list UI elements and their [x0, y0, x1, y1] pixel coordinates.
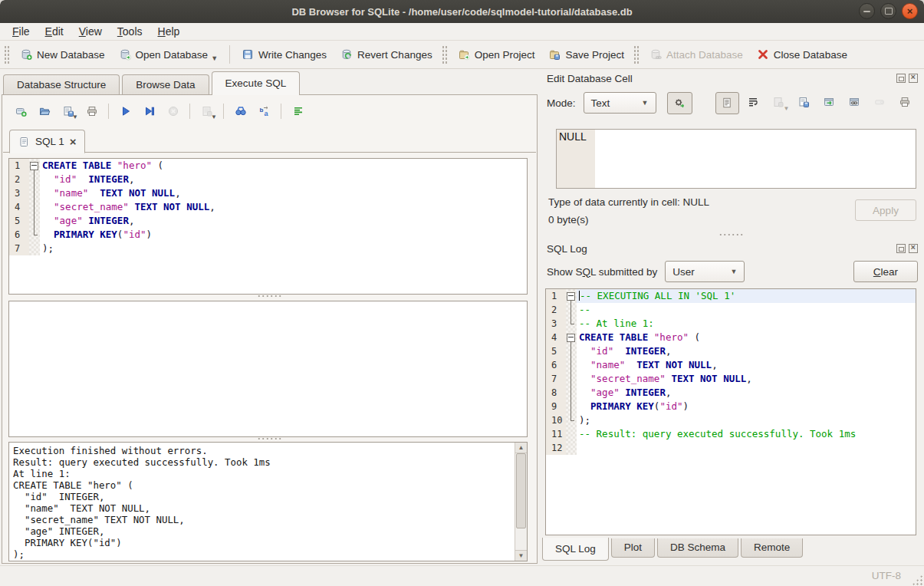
- set-null-button[interactable]: [869, 92, 891, 113]
- fold-collapse-icon[interactable]: [567, 334, 575, 342]
- code-line: 12: [546, 441, 916, 455]
- apply-button[interactable]: Apply: [855, 199, 916, 221]
- float-panel-icon[interactable]: [896, 74, 906, 83]
- menu-file[interactable]: File: [5, 23, 38, 41]
- open-project-button[interactable]: Open Project: [451, 43, 542, 66]
- tab-execute-sql[interactable]: Execute SQL: [212, 71, 301, 95]
- token: INTEGER: [88, 215, 129, 226]
- fold-margin[interactable]: [566, 331, 577, 344]
- menu-edit[interactable]: Edit: [38, 23, 71, 41]
- close-panel-icon[interactable]: [909, 244, 918, 253]
- copy-link-button[interactable]: [843, 92, 866, 113]
- tab-remote[interactable]: Remote: [741, 538, 803, 558]
- mode-select[interactable]: Text ▼: [584, 92, 656, 114]
- text-view-icon: [721, 97, 733, 109]
- auto-mode-gear-button[interactable]: [667, 92, 692, 114]
- token: INTEGER: [625, 345, 666, 357]
- code-text: CREATE TABLE "hero" (: [40, 159, 527, 173]
- menu-tools[interactable]: Tools: [110, 23, 150, 41]
- import-data-button[interactable]: ▼: [768, 92, 790, 113]
- save-results-button[interactable]: ▼: [196, 101, 217, 121]
- svg-text:a: a: [264, 110, 268, 117]
- cell-log-splitter[interactable]: [539, 232, 924, 238]
- sql-log-view[interactable]: 1-- EXECUTING ALL IN 'SQL 1'2--3-- At li…: [545, 288, 916, 535]
- results-messages-splitter[interactable]: [2, 436, 537, 442]
- token: "id": [54, 173, 77, 185]
- tab-plot[interactable]: Plot: [611, 538, 655, 558]
- toolbar-separator: [281, 104, 281, 119]
- submitted-by-select[interactable]: User ▼: [665, 261, 745, 282]
- word-wrap-button[interactable]: [742, 92, 765, 113]
- find-replace-button[interactable]: ba: [254, 101, 275, 121]
- menu-help[interactable]: Help: [150, 23, 188, 41]
- float-panel-icon[interactable]: [896, 244, 906, 253]
- close-database-button[interactable]: Close Database: [750, 43, 854, 66]
- stop-execution-button[interactable]: [163, 101, 183, 121]
- toolbar-drag-handle[interactable]: [633, 45, 640, 64]
- code-line: 6 PRIMARY KEY("id"): [9, 228, 527, 242]
- status-bar: UTF-8: [0, 565, 924, 586]
- menu-view[interactable]: View: [71, 23, 110, 41]
- scroll-down-icon[interactable]: ▼: [515, 550, 527, 561]
- fold-margin[interactable]: [29, 159, 40, 173]
- maximize-button[interactable]: [880, 3, 896, 19]
- export-data-button[interactable]: [793, 92, 815, 113]
- tab-browse-data[interactable]: Browse Data: [122, 74, 209, 94]
- new-database-button[interactable]: New Database: [13, 43, 112, 66]
- word-wrap-icon: [747, 96, 759, 108]
- auto-format-button[interactable]: [288, 101, 308, 121]
- print-sql-button[interactable]: [81, 101, 102, 121]
- save-sql-file-button[interactable]: ▼: [58, 101, 78, 121]
- minimize-icon: [863, 11, 870, 12]
- find-button[interactable]: [230, 101, 251, 121]
- edit-cell-title: Edit Database Cell: [547, 73, 633, 84]
- token: TEXT NOT NULL: [671, 373, 746, 384]
- code-line: 5 "id" INTEGER,: [546, 344, 916, 358]
- clear-log-button[interactable]: Clear: [853, 261, 918, 282]
- open-external-button[interactable]: [818, 92, 840, 113]
- close-panel-icon[interactable]: [909, 74, 918, 83]
- close-button[interactable]: ×: [902, 3, 918, 19]
- cell-value: NULL: [559, 130, 587, 143]
- attach-database-button[interactable]: Attach Database: [643, 43, 750, 66]
- revert-changes-button[interactable]: Revert Changes: [334, 43, 439, 66]
- close-tab-icon[interactable]: ×: [70, 137, 77, 147]
- open-sql-file-button[interactable]: [34, 101, 54, 121]
- write-changes-button[interactable]: Write Changes: [235, 43, 334, 66]
- execute-all-button[interactable]: [115, 101, 136, 121]
- fold-collapse-icon[interactable]: [30, 162, 38, 170]
- scroll-up-icon[interactable]: ▲: [515, 443, 527, 453]
- open-database-button[interactable]: Open Database▼: [112, 43, 225, 66]
- token: "age": [590, 387, 620, 398]
- tab-db-schema[interactable]: DB Schema: [657, 538, 738, 558]
- open-sql-file-icon: [38, 105, 51, 117]
- cell-editor[interactable]: NULL: [556, 129, 916, 189]
- text-view-button[interactable]: [715, 92, 739, 114]
- messages-scrollbar[interactable]: ▲ ▼: [515, 443, 527, 561]
- toolbar-drag-handle[interactable]: [442, 45, 449, 64]
- fold-margin[interactable]: [566, 289, 577, 303]
- token: "age": [54, 215, 83, 226]
- token: [579, 359, 590, 370]
- code-line: 1-- EXECUTING ALL IN 'SQL 1': [546, 289, 916, 303]
- new-sql-tab-button[interactable]: [10, 101, 31, 121]
- sql-editor[interactable]: 1CREATE TABLE "hero" (2 "id" INTEGER,3 "…: [8, 158, 528, 295]
- token: [579, 373, 590, 384]
- toolbar-drag-handle[interactable]: [4, 45, 11, 64]
- execute-current-line-button[interactable]: [139, 101, 159, 121]
- scrollbar-thumb[interactable]: [516, 453, 526, 528]
- sql-file-tab[interactable]: SQL 1 ×: [9, 130, 85, 153]
- tab-sql-log[interactable]: SQL Log: [542, 538, 609, 561]
- line-number: 7: [9, 242, 29, 255]
- save-project-button[interactable]: Save Project: [541, 43, 631, 66]
- print-cell-button[interactable]: [894, 92, 916, 113]
- tab-database-structure[interactable]: Database Structure: [3, 74, 120, 94]
- token: PRIMARY KEY: [54, 229, 117, 240]
- message-line: );: [13, 548, 527, 560]
- toolbar-button-label: Attach Database: [666, 49, 743, 61]
- editor-results-splitter[interactable]: [2, 293, 537, 299]
- resize-grip[interactable]: [912, 574, 922, 585]
- dropdown-caret-icon[interactable]: ▼: [211, 54, 218, 62]
- fold-collapse-icon[interactable]: [567, 292, 575, 301]
- minimize-button[interactable]: [859, 3, 875, 19]
